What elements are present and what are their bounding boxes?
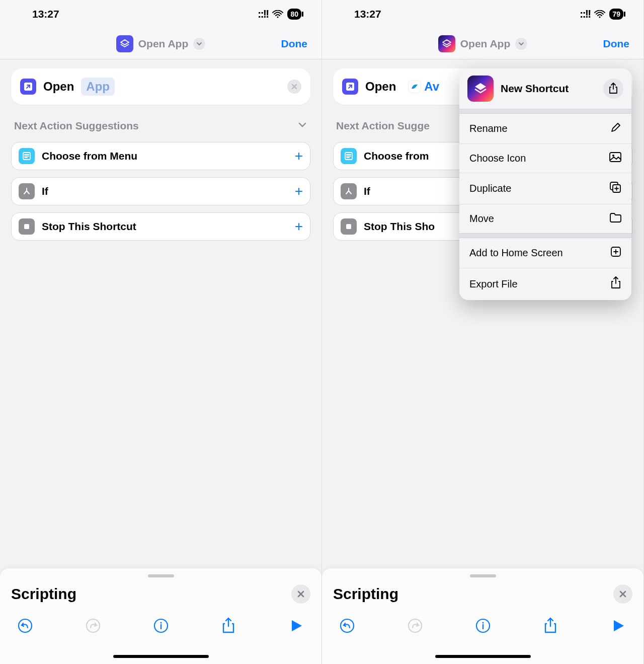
status-indicators: ::!! 79 — [580, 8, 623, 21]
editor-toolbar — [333, 617, 632, 635]
redo-button — [406, 617, 424, 635]
done-button[interactable]: Done — [281, 38, 308, 50]
play-button[interactable] — [287, 617, 305, 635]
action-verb: Open — [365, 80, 396, 94]
done-button[interactable]: Done — [603, 38, 630, 50]
home-indicator[interactable] — [113, 655, 209, 658]
svg-point-13 — [612, 155, 614, 157]
shortcuts-app-icon — [467, 76, 494, 102]
info-button[interactable] — [152, 617, 170, 635]
chevron-down-icon[interactable] — [515, 38, 527, 50]
status-time: 13:27 — [354, 8, 381, 20]
menu-item-label: Choose Icon — [469, 153, 526, 164]
shortcut-title[interactable]: Open App — [116, 35, 206, 52]
shortcut-name: New Shortcut — [501, 83, 596, 95]
menu-item-label: Duplicate — [469, 183, 511, 194]
menu-share-button[interactable] — [603, 79, 623, 99]
stop-icon — [19, 218, 35, 235]
svg-point-0 — [277, 16, 279, 18]
menu-duplicate[interactable]: Duplicate — [459, 173, 631, 204]
open-app-icon — [342, 79, 358, 95]
cellular-icon: ::!! — [258, 8, 268, 21]
add-icon[interactable]: + — [295, 218, 303, 235]
open-app-action[interactable]: Open App — [11, 68, 310, 105]
cellular-icon: ::!! — [580, 8, 590, 21]
bottom-panel[interactable]: Scripting — [0, 568, 321, 664]
grabber-handle[interactable] — [148, 574, 174, 577]
status-bar: 13:27 ::!! 79 — [322, 0, 643, 28]
menu-divider — [459, 233, 631, 238]
suggestions-title: Next Action Suggestions — [14, 120, 139, 132]
menu-export-file[interactable]: Export File — [459, 268, 631, 300]
play-button[interactable] — [609, 617, 627, 635]
menu-item-label: Move — [469, 213, 494, 225]
menu-choose-icon[interactable]: Choose Icon — [459, 144, 631, 173]
svg-point-17 — [341, 619, 354, 632]
suggestion-label: If — [364, 185, 370, 197]
svg-point-20 — [482, 622, 484, 623]
suggestion-label: Stop This Sho — [364, 220, 435, 233]
wifi-icon — [594, 10, 605, 18]
share-button[interactable] — [541, 617, 559, 635]
status-time: 13:27 — [32, 8, 59, 20]
svg-point-8 — [599, 16, 601, 18]
menu-item-label: Rename — [469, 123, 508, 134]
open-app-icon — [20, 79, 36, 95]
suggestions-title: Next Action Sugge — [336, 120, 430, 132]
add-icon[interactable]: + — [295, 148, 303, 164]
panel-title: Scripting — [11, 585, 76, 603]
status-bar: 13:27 ::!! 80 — [0, 0, 321, 28]
branch-icon — [19, 183, 35, 199]
menu-rename[interactable]: Rename — [459, 114, 631, 144]
close-panel-button[interactable] — [613, 584, 632, 604]
close-panel-button[interactable] — [291, 584, 310, 604]
action-verb: Open — [43, 80, 74, 94]
nav-header: Open App Done — [0, 28, 321, 59]
menu-header: New Shortcut — [459, 68, 631, 109]
app-param[interactable]: App — [81, 78, 115, 96]
svg-rect-3 — [24, 224, 29, 229]
status-indicators: ::!! 80 — [258, 8, 301, 21]
grabber-handle[interactable] — [470, 574, 496, 577]
picture-icon — [609, 152, 621, 165]
right-screen: 13:27 ::!! 79 Open App Done Open — [322, 0, 644, 664]
clear-action-button[interactable] — [287, 80, 301, 94]
left-screen: 13:27 ::!! 80 Open App Done Open Ap — [0, 0, 322, 664]
menu-move[interactable]: Move — [459, 204, 631, 233]
undo-button[interactable] — [16, 617, 34, 635]
menu-add-home[interactable]: Add to Home Screen — [459, 238, 631, 268]
suggestion-label: If — [42, 185, 48, 197]
shortcut-title[interactable]: Open App — [438, 35, 528, 52]
menu-icon — [341, 148, 357, 164]
info-button[interactable] — [474, 617, 492, 635]
battery-indicator: 79 — [609, 9, 623, 20]
menu-item-label: Add to Home Screen — [469, 247, 563, 259]
svg-point-18 — [409, 619, 422, 632]
bottom-panel[interactable]: Scripting — [322, 568, 643, 664]
suggestion-stop[interactable]: Stop This Shortcut + — [11, 212, 310, 241]
svg-point-7 — [160, 622, 162, 623]
svg-point-4 — [19, 619, 32, 632]
svg-rect-12 — [610, 153, 621, 162]
suggestions-list: Choose from Menu + If + Stop This Shortc… — [11, 142, 310, 241]
duplicate-icon — [609, 181, 621, 196]
menu-item-label: Export File — [469, 278, 518, 290]
editor-toolbar — [11, 617, 310, 635]
wifi-icon — [272, 10, 283, 18]
battery-indicator: 80 — [287, 9, 301, 20]
branch-icon — [341, 183, 357, 199]
suggestion-choose-from-menu[interactable]: Choose from Menu + — [11, 142, 310, 170]
suggestions-header[interactable]: Next Action Suggestions — [11, 120, 310, 132]
export-icon — [610, 276, 621, 292]
home-indicator[interactable] — [435, 655, 531, 658]
shortcut-context-menu: New Shortcut Rename Choose Icon Duplicat… — [459, 68, 631, 300]
panel-header: Scripting — [11, 584, 310, 604]
app-param[interactable]: Av — [403, 78, 444, 96]
add-icon[interactable]: + — [295, 183, 303, 199]
undo-button[interactable] — [338, 617, 356, 635]
share-button[interactable] — [219, 617, 237, 635]
menu-icon — [19, 148, 35, 164]
suggestion-if[interactable]: If + — [11, 177, 310, 205]
pencil-icon — [610, 122, 621, 135]
chevron-down-icon[interactable] — [193, 38, 205, 50]
